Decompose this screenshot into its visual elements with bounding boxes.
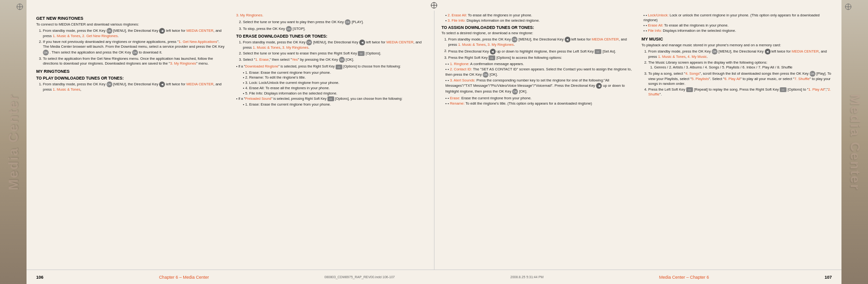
music-tones-link5: 1. Music & Tones bbox=[658, 54, 686, 59]
ok-btn11: OK bbox=[512, 89, 518, 95]
music-tones-link4: 1. Music & Tones bbox=[458, 42, 486, 47]
music-tones-link3: 1. Music & Tones bbox=[253, 45, 280, 50]
my-ringtones-link2: 3. My Ringtones. bbox=[236, 13, 263, 17]
yes-link: Yes bbox=[292, 57, 298, 62]
my-ringtones-link3: 3. My Ringtones bbox=[282, 45, 308, 50]
songs-link: 4. Songs bbox=[685, 71, 700, 76]
shuffle-option: 2. Shuffle bbox=[648, 87, 831, 96]
dir-btn5: ◀ bbox=[490, 49, 496, 54]
ok-button-icon6: OK bbox=[286, 26, 292, 32]
music-tones-link1: 1. Music & Tones bbox=[53, 34, 80, 38]
assign-steps: From standby mode, press the OK Key OK [… bbox=[442, 37, 632, 60]
downloaded-items: 1. Erase: Erase the current ringtone fro… bbox=[236, 70, 427, 96]
list-item: If you have not previously downloaded an… bbox=[43, 40, 227, 55]
list-item: • 2. Contact ID: The "SET AS CONTACT ID"… bbox=[446, 67, 632, 78]
content-area: GET NEW RINGTONES To connect to MEDIA CE… bbox=[27, 11, 841, 270]
dir-button-icon2: ◀ bbox=[159, 81, 165, 87]
soft-btn2: ▭ bbox=[336, 65, 342, 69]
soft-btn3: ▭ bbox=[327, 96, 334, 101]
left-page: GET NEW RINGTONES To connect to MEDIA CE… bbox=[31, 11, 434, 270]
downloaded-note: • If a "Downloaded Ringtone" is selected… bbox=[236, 64, 427, 69]
list-item: To stop, press the OK Key OK [STOP]. bbox=[243, 26, 427, 32]
bottom-bar: 106 Chapter 6 – Media Center 080803_CDM8… bbox=[27, 270, 841, 284]
play-continued-steps: Select the tune or tone you want to play… bbox=[236, 19, 427, 32]
my-music-link: 4. My Music bbox=[688, 54, 707, 59]
right-col2: • Lock/Unlock: Lock or unlock the curren… bbox=[641, 13, 832, 107]
assign-bullets: • 1. Ringtone: A confirmation message ap… bbox=[442, 62, 632, 95]
ok-button-icon4: OK bbox=[107, 81, 112, 87]
lock-bullets: • Lock/Unlock: Lock or unlock the curren… bbox=[641, 13, 832, 34]
get-new-ringtones-intro: To connect to MEDIA CENTER and download … bbox=[36, 22, 227, 27]
left-sidebar: Media Center bbox=[0, 0, 27, 284]
play-all-link: 6. Play All bbox=[724, 77, 740, 81]
ok-button-icon: OK bbox=[107, 28, 112, 34]
options-bullets: • Erase: Erase the current ringtone from… bbox=[442, 96, 632, 106]
play-all-option: 1. Play All bbox=[808, 87, 824, 92]
left-col1: GET NEW RINGTONES To connect to MEDIA CE… bbox=[36, 13, 227, 108]
dir-btn7: ◀ bbox=[765, 49, 771, 54]
erase-heading: TO ERASE DOWNLOADED TUNES OR TONES: bbox=[236, 34, 427, 39]
ok-btn9: OK bbox=[512, 37, 517, 42]
assign-intro: To select a desired ringtone, or downloa… bbox=[442, 31, 632, 36]
left-chapter-label: Chapter 6 – Media Center bbox=[159, 275, 209, 280]
erase-link: 1. Erase bbox=[255, 57, 269, 62]
list-item: • 1. Ringtone: A confirmation message ap… bbox=[446, 62, 632, 67]
play-steps: From standby mode, press the OK Key OK [… bbox=[36, 81, 227, 92]
footer-file-info: 080803_CDM8975_RAP_REV00.indd 106-107 bbox=[325, 275, 395, 279]
playlists-link: 5. Playlists bbox=[692, 77, 709, 81]
list-item: Press the Left Soft Key ▭ [Repeat] to re… bbox=[648, 87, 832, 97]
list-item: From standby mode, press the OK Key OK [… bbox=[243, 40, 427, 50]
list-item: Press the Directional Key ◀ up or down t… bbox=[448, 49, 632, 54]
list-item: • Lock/Unlock: Lock or unlock the curren… bbox=[643, 13, 832, 23]
list-item: 2. Rename: To edit the ringtone's title. bbox=[243, 75, 427, 80]
my-ringtones-step3-link: 3. My Ringtones. bbox=[236, 13, 427, 18]
music-steps: From standby mode, press the OK Key OK [… bbox=[641, 49, 832, 97]
list-item: From standby mode, press the OK Key OK [… bbox=[43, 28, 227, 39]
music-tones-link2: 1. Music & Tones bbox=[53, 87, 80, 92]
list-item: 3. File Info: Displays information on th… bbox=[446, 18, 632, 23]
list-item: 4. Erase All: To erase all the ringtones… bbox=[243, 86, 427, 91]
my-music-heading: MY MUSIC bbox=[641, 37, 832, 41]
left-sidebar-text: Media Center bbox=[6, 94, 21, 190]
top-crosshair-icon bbox=[430, 1, 438, 9]
right-col1: 2. Erase All: To erase all the ringtones… bbox=[442, 13, 632, 107]
left-page-num: 106 bbox=[36, 275, 43, 280]
dir-button-icon: ◀ bbox=[159, 28, 165, 34]
ok-button-icon2: OK bbox=[43, 50, 49, 55]
soft-btn7: ▭ bbox=[780, 87, 787, 92]
list-item: Press the Right Soft Key ▭ [Options] to … bbox=[448, 55, 632, 60]
list-item: The Music Library screen appears in the … bbox=[648, 60, 832, 70]
media-center-link3: MEDIA CENTER bbox=[386, 40, 413, 44]
soft-btn1: ▭ bbox=[358, 51, 365, 56]
list-item: To play a song, select "4. Songs", scrol… bbox=[648, 71, 832, 86]
list-item: From standby mode, press the OK Key OK [… bbox=[43, 81, 227, 92]
music-options: 1. Genres / 2. Artists / 3. Albums / 4. … bbox=[648, 65, 792, 69]
list-item: 5. File Info: Displays information on th… bbox=[243, 91, 427, 96]
dir-btn4: ◀ bbox=[565, 37, 570, 42]
my-ringtones-link1: 3. My Ringtones bbox=[170, 61, 196, 66]
list-item: • File Info: Displays information on the… bbox=[643, 28, 832, 33]
list-item: Select "1. Erase," then select "Yes" by … bbox=[243, 57, 427, 63]
media-center-link5: MEDIA CENTER bbox=[792, 49, 819, 54]
right-sidebar-text: Media Center bbox=[847, 94, 863, 190]
my-ringtones-heading: MY RINGTONES bbox=[36, 69, 227, 74]
right-crosshair-icon bbox=[844, 3, 852, 11]
list-item: Select the tune or tone you want to eras… bbox=[243, 51, 427, 56]
get-new-ringtones-link: 2. Get New Ringtones bbox=[82, 34, 118, 38]
list-item: 3. Lock: Lock/Unlock the current rington… bbox=[243, 81, 427, 85]
left-crosshair-icon bbox=[16, 3, 24, 11]
get-new-apps-link: 1. Get New Applications bbox=[179, 40, 217, 44]
ok-btn7: OK bbox=[306, 40, 312, 45]
erase-steps: From standby mode, press the OK Key OK [… bbox=[236, 40, 427, 63]
footer-date: 2008.8.25 5:31:44 PM bbox=[510, 275, 543, 279]
top-bar bbox=[27, 0, 841, 11]
list-item: Select the tune or tone you want to play… bbox=[243, 19, 427, 25]
ok-btn8: OK bbox=[339, 57, 345, 63]
ok-btn12: OK bbox=[712, 49, 718, 54]
list-item: • 3. Alert Sounds: Press the correspondi… bbox=[446, 78, 632, 95]
right-page-columns: 2. Erase All: To erase all the ringtones… bbox=[442, 13, 832, 107]
right-chapter-label: Media Center – Chapter 6 bbox=[659, 275, 709, 280]
preloaded-note: • If a "Preloaded Sound" is selected, pr… bbox=[236, 96, 427, 101]
to-play-subheading: TO PLAY DOWNLOADED TUNES OR TONES: bbox=[36, 76, 227, 81]
list-item: 1. Erase: Erase the current ringtone fro… bbox=[243, 70, 427, 75]
